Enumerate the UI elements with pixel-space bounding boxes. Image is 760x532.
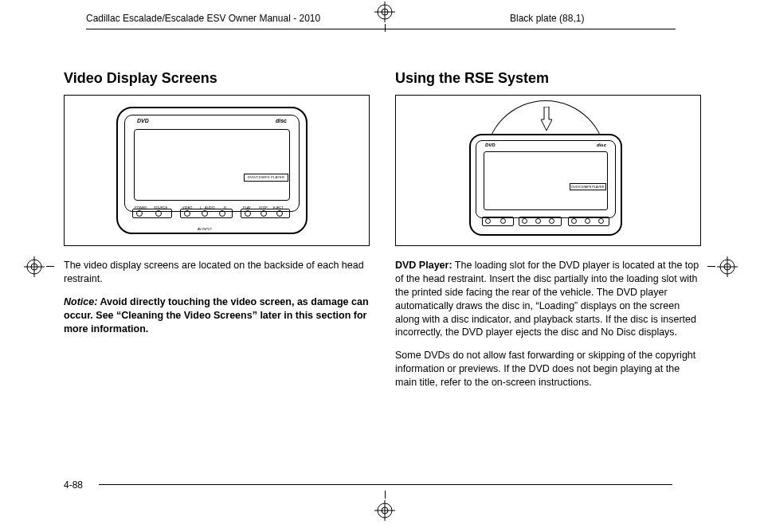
registration-mark-bottom (374, 500, 395, 521)
control-group-power-source: POWER SOURCE (132, 209, 172, 218)
button-icon (276, 210, 283, 217)
device-controls-row (482, 217, 609, 229)
ctrl-label-source: SOURCE (154, 205, 167, 209)
paragraph-body: The loading slot for the DVD player is l… (395, 260, 699, 338)
button-icon (571, 218, 577, 224)
page-body: Video Display Screens DVD disc DVD/CD/MP… (64, 56, 701, 399)
control-group-transport: PLAY STOP EJECT (241, 209, 290, 218)
registration-mark-left (24, 256, 45, 277)
notice-paragraph: Notice: Avoid directly touching the vide… (64, 295, 370, 336)
ctrl-label-eject: EJECT (273, 205, 284, 209)
device-controls-row: POWER SOURCE VIDEO L AUDIO R (132, 209, 292, 226)
button-icon (155, 210, 162, 217)
ctrl-label-stop: STOP (259, 205, 268, 209)
control-group (519, 217, 562, 226)
player-label: DVD/CD/MP3 PLAYER (244, 174, 288, 182)
jack-icon (219, 210, 225, 217)
control-group (568, 217, 609, 226)
paragraph: The video display screens are located on… (64, 259, 370, 286)
control-group (482, 217, 514, 226)
button-icon (500, 218, 506, 224)
ctrl-label-r: R (224, 205, 226, 209)
button-icon (598, 218, 604, 224)
control-group-av: VIDEO L AUDIO R (180, 209, 233, 218)
device-screen (134, 129, 290, 201)
device-screen (484, 151, 608, 210)
jack-icon (535, 218, 541, 224)
jack-icon (522, 218, 527, 224)
player-label: DVD/CD/MP3 PLAYER (570, 183, 606, 190)
section-heading-rse: Using the RSE System (395, 70, 701, 87)
ctrl-label-l: L (200, 205, 202, 209)
notice-label: Notice: (64, 296, 97, 307)
figure-video-display-screen: DVD disc DVD/CD/MP3 PLAYER POWER SOURCE (64, 95, 370, 246)
dvd-logo: DVD (137, 118, 149, 126)
ctrl-label-play: PLAY (243, 205, 251, 209)
ctrl-label-video: VIDEO (182, 205, 192, 209)
button-icon (245, 210, 251, 217)
header-rule (86, 29, 676, 29)
button-icon (485, 218, 491, 224)
registration-mark-right (717, 256, 738, 277)
header-plate-info: Black plate (88,1) (510, 13, 584, 24)
footer-rule (99, 484, 672, 485)
insert-disc-arrow-icon (541, 107, 552, 131)
section-heading-video-display: Video Display Screens (64, 70, 370, 87)
paragraph-dvd-player: DVD Player: The loading slot for the DVD… (395, 259, 701, 339)
right-column: Using the RSE System DVD disc DVD/CD/MP3… (395, 56, 701, 399)
jack-icon (184, 210, 190, 217)
device-top-logos: DVD disc (485, 143, 606, 149)
crop-tick (707, 266, 715, 267)
ctrl-label-av-input: AV INPUT (198, 227, 212, 231)
jack-icon (549, 218, 554, 224)
run-in-label: DVD Player: (395, 260, 452, 271)
device-top-logos: DVD disc (137, 118, 287, 126)
disc-logo: disc (276, 118, 287, 126)
notice-body: Avoid directly touching the video screen… (64, 296, 369, 334)
button-icon (585, 218, 590, 224)
dvd-logo: DVD (485, 143, 496, 149)
crop-tick (46, 266, 54, 267)
ctrl-label-audio: AUDIO (205, 205, 215, 209)
left-column: Video Display Screens DVD disc DVD/CD/MP… (64, 56, 370, 399)
page-number: 4-88 (64, 479, 83, 491)
button-icon (261, 210, 267, 217)
figure-rse-system: DVD disc DVD/CD/MP3 PLAYER (395, 95, 701, 246)
paragraph: Some DVDs do not allow fast forwarding o… (395, 349, 701, 389)
jack-icon (202, 210, 208, 217)
page-header: Cadillac Escalade/Escalade ESV Owner Man… (0, 10, 760, 32)
device-outline: DVD disc DVD/CD/MP3 PLAYER (469, 134, 622, 236)
device-outline: DVD disc DVD/CD/MP3 PLAYER POWER SOURCE (116, 107, 308, 234)
button-icon (136, 210, 143, 217)
crop-tick (385, 491, 386, 499)
ctrl-label-power: POWER (135, 205, 147, 209)
disc-logo: disc (597, 143, 606, 149)
header-manual-title: Cadillac Escalade/Escalade ESV Owner Man… (86, 13, 320, 24)
